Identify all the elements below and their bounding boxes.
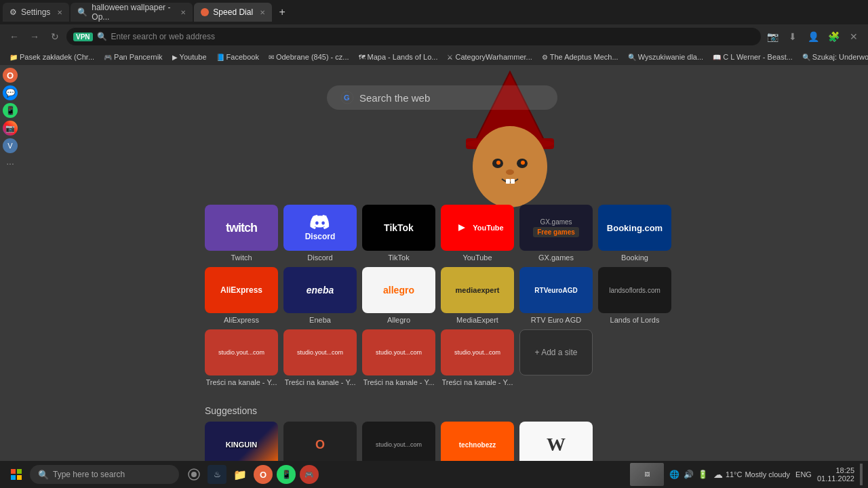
tab-halloween[interactable]: 🔍 halloween wallpaper - Op... ✕ — [71, 3, 193, 22]
bookmark-10[interactable]: 🔍Szukaj: Underworld — [798, 52, 868, 62]
taskbar-game[interactable]: 🎮 — [300, 465, 319, 484]
suggestion-kinguin[interactable]: KINGUIN Kinguin — [205, 422, 278, 461]
suggestion-wiki[interactable]: W ASMR – Wikipedia, ... — [519, 422, 593, 461]
back-button[interactable]: ← — [5, 28, 23, 45]
tray-network-icon[interactable]: 🌐 — [669, 470, 679, 479]
dial-studio1[interactable]: studio.yout...com Treści na kanale - Y..… — [205, 329, 278, 386]
tab-settings[interactable]: ⚙ Settings ✕ — [3, 3, 69, 22]
close-browser-button[interactable]: ✕ — [845, 28, 863, 45]
bookmark-2[interactable]: ▶Youtube — [168, 52, 211, 62]
bookmarks-bar: 📁Pasek zakładek (Chr... 🎮Pan Pancernik ▶… — [0, 49, 868, 65]
halloween-favicon: 🔍 — [77, 7, 87, 17]
google-icon: G — [340, 91, 354, 104]
dial-addsite[interactable]: + Add a site — [519, 329, 593, 386]
camera-icon[interactable]: 📷 — [764, 28, 781, 45]
taskbar-tray: 🖼 🌐 🔊 🔋 ☁ 11°C Mostly cloudy ENG 18:25 0… — [630, 463, 863, 486]
dial-aliexpress[interactable]: AliExpress AliExpress — [205, 267, 278, 324]
dial-youtube[interactable]: YouTube YouTube — [441, 205, 514, 262]
tab-halloween-label: halloween wallpaper - Op... — [92, 3, 174, 22]
suggestion-stalker[interactable]: studio.yout...com Stalker Gamma 2.0 ... — [362, 422, 435, 461]
bookmark-6[interactable]: ⚔CategoryWarhammer... — [443, 52, 536, 62]
tab-bar: ⚙ Settings ✕ 🔍 halloween wallpaper - Op.… — [0, 0, 868, 24]
taskbar-files[interactable]: 📁 — [231, 465, 250, 484]
messenger-icon[interactable]: 💬 — [3, 85, 18, 100]
address-bar[interactable]: VPN 🔍 Enter search or web address — [66, 28, 761, 45]
bookmark-9[interactable]: 📖C L Werner - Beast... — [709, 52, 797, 62]
dial-studio4[interactable]: studio.yout...com Treści na kanale - Y..… — [441, 329, 514, 386]
vk-icon[interactable]: V — [3, 138, 18, 153]
tab-halloween-close[interactable]: ✕ — [180, 9, 186, 16]
bookmark-0[interactable]: 📁Pasek zakładek (Chr... — [5, 52, 98, 62]
dial-gxgames[interactable]: GX.games Free games GX.games — [519, 205, 593, 262]
svg-point-5 — [517, 159, 528, 168]
more-side-icon[interactable]: ··· — [3, 156, 18, 171]
bookmark-3[interactable]: 📘Facebook — [212, 52, 263, 62]
nav-bar: ← → ↻ VPN 🔍 Enter search or web address … — [0, 24, 868, 49]
tab-speeddial[interactable]: Speed Dial ✕ — [194, 3, 272, 22]
dial-discord[interactable]: Discord Discord — [283, 205, 357, 262]
taskbar-icons: ♨ 📁 O 📱 🎮 — [184, 465, 319, 484]
dial-twitch[interactable]: twitch Twitch — [205, 205, 278, 262]
tab-speeddial-label: Speed Dial — [213, 7, 253, 17]
dial-studio2[interactable]: studio.yout...com Treści na kanale - Y..… — [283, 329, 357, 386]
nav-right-icons: 📷 ⬇ 👤 🧩 ✕ — [764, 28, 863, 45]
weather-info[interactable]: ☁ 11°C Mostly cloudy — [713, 469, 790, 480]
clock[interactable]: 18:25 01.11.2022 — [817, 466, 854, 483]
whatsapp-icon[interactable]: 📱 — [3, 103, 18, 118]
suggestions-grid: KINGUIN Kinguin O halloween wallpape... … — [205, 422, 679, 461]
search-container: G Search the web — [327, 85, 557, 110]
taskbar-search[interactable]: 🔍 Type here to search — [30, 465, 179, 484]
vpn-badge: VPN — [73, 33, 93, 41]
svg-rect-9 — [506, 179, 510, 184]
dial-rtvagd[interactable]: RTVeuroAGD RTV Euro AGD — [519, 267, 593, 324]
new-tab-button[interactable]: + — [273, 3, 291, 21]
profile-icon[interactable]: 👤 — [804, 28, 822, 45]
svg-point-8 — [506, 169, 514, 175]
search-bar[interactable]: G Search the web — [327, 85, 557, 110]
svg-point-7 — [521, 161, 525, 165]
dial-eneba[interactable]: eneba Eneba — [283, 267, 357, 324]
dial-tiktok[interactable]: TikTok TikTok — [362, 205, 435, 262]
tab-speeddial-close[interactable]: ✕ — [260, 9, 265, 16]
svg-rect-18 — [17, 475, 22, 480]
language-indicator[interactable]: ENG — [795, 470, 812, 479]
speeddial-favicon — [201, 8, 209, 16]
taskbar-cortana[interactable] — [184, 465, 203, 484]
taskbar-whatsapp[interactable]: 📱 — [277, 465, 296, 484]
tray-sound-icon[interactable]: 🔊 — [684, 470, 694, 479]
show-desktop-button[interactable] — [860, 464, 863, 485]
tab-settings-close[interactable]: ✕ — [57, 9, 62, 16]
tray-battery-icon[interactable]: 🔋 — [698, 470, 708, 479]
bookmark-7[interactable]: ⚙The Adeptus Mech... — [538, 52, 623, 62]
svg-rect-15 — [11, 469, 16, 474]
bookmark-5[interactable]: 🗺Mapa - Lands of Lo... — [355, 52, 442, 62]
svg-rect-10 — [511, 179, 515, 184]
taskbar-steam[interactable]: ♨ — [208, 465, 226, 484]
settings-favicon: ⚙ — [9, 7, 17, 17]
bookmark-8[interactable]: 🔍Wyszukiwanie dla... — [624, 52, 708, 62]
start-button[interactable] — [5, 464, 27, 485]
suggestion-halloween[interactable]: O halloween wallpape... — [283, 422, 357, 461]
instagram-icon[interactable]: 📷 — [3, 121, 18, 136]
bookmark-4[interactable]: ✉Odebrane (845) - cz... — [264, 52, 353, 62]
weather-icon: ☁ — [713, 469, 723, 480]
dial-mediaexpert[interactable]: mediaexpert MediaExpert — [441, 267, 514, 324]
taskbar-opera[interactable]: O — [254, 465, 273, 484]
forward-button[interactable]: → — [26, 28, 43, 45]
page-content: G Search the web twitch Twitch Discord D… — [16, 65, 868, 461]
download-icon[interactable]: ⬇ — [784, 28, 802, 45]
svg-rect-17 — [11, 475, 16, 480]
opera-icon[interactable]: O — [3, 68, 18, 83]
reload-button[interactable]: ↻ — [46, 28, 64, 45]
dial-allegro[interactable]: allegro Allegro — [362, 267, 435, 324]
dial-landsoflords[interactable]: landsoflords.com Lands of Lords — [598, 267, 671, 324]
dial-booking[interactable]: Booking.com Booking — [598, 205, 671, 262]
suggestion-howto[interactable]: technobezz How To Change Th... — [441, 422, 514, 461]
bookmark-1[interactable]: 🎮Pan Pancernik — [100, 52, 167, 62]
extensions-icon[interactable]: 🧩 — [825, 28, 842, 45]
dial-studio3[interactable]: studio.yout...com Treści na kanale - Y..… — [362, 329, 435, 386]
search-address-icon: 🔍 — [97, 32, 107, 41]
taskbar-search-icon: 🔍 — [38, 470, 49, 480]
dial-row-2: AliExpress AliExpress eneba Eneba allegr… — [205, 267, 679, 324]
taskbar: 🔍 Type here to search ♨ 📁 O 📱 🎮 🖼 🌐 🔊 🔋 … — [0, 461, 868, 488]
